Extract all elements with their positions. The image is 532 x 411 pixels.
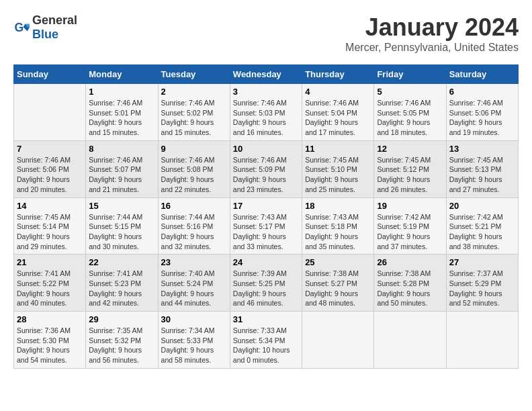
- table-row: 20Sunrise: 7:42 AM Sunset: 5:21 PM Dayli…: [446, 197, 518, 255]
- title-area: January 2024 Mercer, Pennsylvania, Unite…: [345, 13, 519, 54]
- day-info: Sunrise: 7:46 AM Sunset: 5:06 PM Dayligh…: [17, 155, 83, 195]
- calendar-table: Sunday Monday Tuesday Wednesday Thursday…: [13, 64, 519, 369]
- table-row: 23Sunrise: 7:40 AM Sunset: 5:24 PM Dayli…: [158, 255, 230, 312]
- day-number: 10: [233, 144, 299, 154]
- table-row: 21Sunrise: 7:41 AM Sunset: 5:22 PM Dayli…: [14, 255, 86, 312]
- table-row: 31Sunrise: 7:33 AM Sunset: 5:34 PM Dayli…: [230, 312, 302, 369]
- day-number: 13: [449, 144, 515, 154]
- table-row: 8Sunrise: 7:46 AM Sunset: 5:07 PM Daylig…: [86, 140, 158, 197]
- day-info: Sunrise: 7:46 AM Sunset: 5:03 PM Dayligh…: [233, 98, 299, 138]
- day-info: Sunrise: 7:38 AM Sunset: 5:28 PM Dayligh…: [377, 269, 443, 308]
- day-info: Sunrise: 7:46 AM Sunset: 5:07 PM Dayligh…: [89, 155, 154, 195]
- table-row: 26Sunrise: 7:38 AM Sunset: 5:28 PM Dayli…: [374, 255, 446, 312]
- table-row: 18Sunrise: 7:43 AM Sunset: 5:18 PM Dayli…: [302, 197, 374, 255]
- day-info: Sunrise: 7:37 AM Sunset: 5:29 PM Dayligh…: [449, 269, 515, 308]
- day-number: 25: [305, 257, 371, 267]
- header-monday: Monday: [86, 65, 158, 84]
- day-info: Sunrise: 7:40 AM Sunset: 5:24 PM Dayligh…: [161, 269, 227, 308]
- day-number: 31: [233, 314, 299, 324]
- table-row: 17Sunrise: 7:43 AM Sunset: 5:17 PM Dayli…: [230, 197, 302, 255]
- table-row: [446, 312, 518, 369]
- table-row: 16Sunrise: 7:44 AM Sunset: 5:16 PM Dayli…: [158, 197, 230, 255]
- table-row: 28Sunrise: 7:36 AM Sunset: 5:30 PM Dayli…: [14, 312, 86, 369]
- day-info: Sunrise: 7:46 AM Sunset: 5:01 PM Dayligh…: [89, 98, 154, 138]
- table-row: 3Sunrise: 7:46 AM Sunset: 5:03 PM Daylig…: [230, 84, 302, 141]
- logo: G General Blue: [13, 13, 77, 42]
- day-number: 3: [233, 87, 299, 97]
- day-info: Sunrise: 7:45 AM Sunset: 5:12 PM Dayligh…: [377, 155, 443, 195]
- table-row: 29Sunrise: 7:35 AM Sunset: 5:32 PM Dayli…: [86, 312, 158, 369]
- day-info: Sunrise: 7:33 AM Sunset: 5:34 PM Dayligh…: [233, 326, 299, 365]
- calendar-week-row: 14Sunrise: 7:45 AM Sunset: 5:14 PM Dayli…: [14, 197, 519, 255]
- table-row: 12Sunrise: 7:45 AM Sunset: 5:12 PM Dayli…: [374, 140, 446, 197]
- header: G General Blue January 2024 Mercer, Penn…: [13, 13, 519, 54]
- day-info: Sunrise: 7:46 AM Sunset: 5:09 PM Dayligh…: [233, 155, 299, 195]
- svg-text:G: G: [15, 21, 24, 34]
- day-number: 24: [233, 257, 299, 267]
- day-number: 4: [305, 87, 371, 97]
- day-number: 27: [449, 257, 515, 267]
- day-number: 30: [161, 314, 227, 324]
- day-info: Sunrise: 7:45 AM Sunset: 5:13 PM Dayligh…: [449, 155, 515, 195]
- day-info: Sunrise: 7:41 AM Sunset: 5:23 PM Dayligh…: [89, 269, 154, 308]
- calendar-week-row: 21Sunrise: 7:41 AM Sunset: 5:22 PM Dayli…: [14, 255, 519, 312]
- table-row: 15Sunrise: 7:44 AM Sunset: 5:15 PM Dayli…: [86, 197, 158, 255]
- day-number: 12: [377, 144, 443, 154]
- table-row: 9Sunrise: 7:46 AM Sunset: 5:08 PM Daylig…: [158, 140, 230, 197]
- day-info: Sunrise: 7:46 AM Sunset: 5:06 PM Dayligh…: [449, 98, 515, 138]
- table-row: 6Sunrise: 7:46 AM Sunset: 5:06 PM Daylig…: [446, 84, 518, 141]
- day-info: Sunrise: 7:35 AM Sunset: 5:32 PM Dayligh…: [89, 326, 154, 365]
- day-number: 19: [377, 201, 443, 211]
- day-info: Sunrise: 7:43 AM Sunset: 5:17 PM Dayligh…: [233, 212, 299, 252]
- location-subtitle: Mercer, Pennsylvania, United States: [345, 42, 519, 54]
- day-info: Sunrise: 7:44 AM Sunset: 5:16 PM Dayligh…: [161, 212, 227, 252]
- day-info: Sunrise: 7:42 AM Sunset: 5:19 PM Dayligh…: [377, 212, 443, 252]
- day-info: Sunrise: 7:38 AM Sunset: 5:27 PM Dayligh…: [305, 269, 371, 308]
- header-tuesday: Tuesday: [158, 65, 230, 84]
- day-info: Sunrise: 7:36 AM Sunset: 5:30 PM Dayligh…: [17, 326, 83, 365]
- day-info: Sunrise: 7:46 AM Sunset: 5:02 PM Dayligh…: [161, 98, 227, 138]
- day-info: Sunrise: 7:44 AM Sunset: 5:15 PM Dayligh…: [89, 212, 154, 252]
- day-number: 7: [17, 144, 83, 154]
- day-info: Sunrise: 7:41 AM Sunset: 5:22 PM Dayligh…: [17, 269, 83, 308]
- day-number: 29: [89, 314, 154, 324]
- generalblue-logo-icon: G: [13, 19, 30, 36]
- day-number: 23: [161, 257, 227, 267]
- table-row: 22Sunrise: 7:41 AM Sunset: 5:23 PM Dayli…: [86, 255, 158, 312]
- table-row: 30Sunrise: 7:34 AM Sunset: 5:33 PM Dayli…: [158, 312, 230, 369]
- table-row: 4Sunrise: 7:46 AM Sunset: 5:04 PM Daylig…: [302, 84, 374, 141]
- table-row: 19Sunrise: 7:42 AM Sunset: 5:19 PM Dayli…: [374, 197, 446, 255]
- day-number: 5: [377, 87, 443, 97]
- header-sunday: Sunday: [14, 65, 86, 84]
- day-number: 16: [161, 201, 227, 211]
- header-saturday: Saturday: [446, 65, 518, 84]
- calendar-week-row: 28Sunrise: 7:36 AM Sunset: 5:30 PM Dayli…: [14, 312, 519, 369]
- day-number: 20: [449, 201, 515, 211]
- table-row: 5Sunrise: 7:46 AM Sunset: 5:05 PM Daylig…: [374, 84, 446, 141]
- day-number: 9: [161, 144, 227, 154]
- day-info: Sunrise: 7:46 AM Sunset: 5:05 PM Dayligh…: [377, 98, 443, 138]
- day-number: 14: [17, 201, 83, 211]
- day-number: 17: [233, 201, 299, 211]
- day-info: Sunrise: 7:39 AM Sunset: 5:25 PM Dayligh…: [233, 269, 299, 308]
- day-info: Sunrise: 7:34 AM Sunset: 5:33 PM Dayligh…: [161, 326, 227, 365]
- day-number: 28: [17, 314, 83, 324]
- table-row: 13Sunrise: 7:45 AM Sunset: 5:13 PM Dayli…: [446, 140, 518, 197]
- table-row: [374, 312, 446, 369]
- day-number: 15: [89, 201, 154, 211]
- day-number: 6: [449, 87, 515, 97]
- day-number: 22: [89, 257, 154, 267]
- table-row: [302, 312, 374, 369]
- header-wednesday: Wednesday: [230, 65, 302, 84]
- logo-text-blue: Blue: [32, 28, 58, 41]
- header-thursday: Thursday: [302, 65, 374, 84]
- day-number: 26: [377, 257, 443, 267]
- day-number: 1: [89, 87, 154, 97]
- day-number: 18: [305, 201, 371, 211]
- day-info: Sunrise: 7:43 AM Sunset: 5:18 PM Dayligh…: [305, 212, 371, 252]
- table-row: 27Sunrise: 7:37 AM Sunset: 5:29 PM Dayli…: [446, 255, 518, 312]
- calendar-week-row: 1Sunrise: 7:46 AM Sunset: 5:01 PM Daylig…: [14, 84, 519, 141]
- logo-text-general: General: [32, 13, 77, 27]
- day-info: Sunrise: 7:42 AM Sunset: 5:21 PM Dayligh…: [449, 212, 515, 252]
- table-row: 24Sunrise: 7:39 AM Sunset: 5:25 PM Dayli…: [230, 255, 302, 312]
